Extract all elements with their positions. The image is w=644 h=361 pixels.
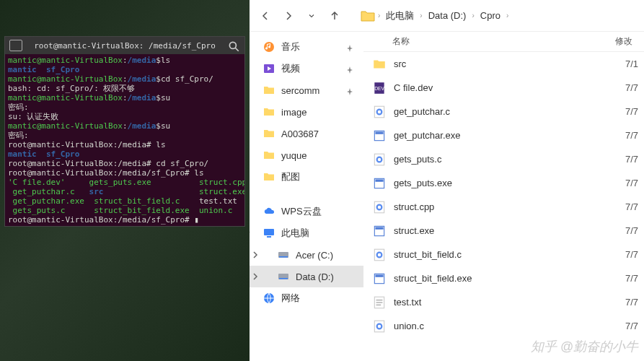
col-date[interactable]: 修改 (615, 35, 644, 48)
sidebar-item[interactable]: sercomm (250, 79, 363, 101)
sidebar-item-label: Data (D:) (296, 271, 334, 282)
sidebar-item[interactable]: 网络 (250, 287, 363, 309)
col-name[interactable]: 名称 (392, 35, 615, 48)
svg-line-1 (235, 48, 239, 51)
breadcrumb-item[interactable]: 此电脑 (386, 9, 414, 22)
exe-icon (372, 271, 387, 286)
sidebar-item[interactable]: WPS云盘 (250, 201, 363, 222)
file-date: 7/7 (615, 130, 644, 141)
terminal-titlebar[interactable]: root@mantic-VirtualBox: /media/sf_Cpro (5, 37, 244, 54)
file-name: C file.dev (394, 82, 615, 93)
svg-rect-16 (375, 131, 383, 134)
chevron-icon[interactable] (251, 272, 260, 281)
sidebar-item[interactable]: yuque (250, 144, 363, 166)
file-date: 7/7 (615, 201, 644, 212)
file-date: 7/7 (615, 273, 644, 284)
file-row[interactable]: test.txt7/7 (363, 290, 644, 314)
recent-dropdown[interactable] (301, 6, 322, 26)
file-date: 7/7 (615, 82, 644, 93)
sidebar-item[interactable]: 此电脑 (250, 222, 363, 244)
file-list: src7/1DEVC file.dev7/7get_putchar.c7/7ge… (363, 52, 644, 361)
file-date: 7/7 (615, 225, 644, 236)
file-row[interactable]: get_putchar.c7/7 (363, 100, 644, 123)
breadcrumb-item[interactable]: Data (D:) (428, 10, 467, 21)
file-row[interactable]: gets_puts.c7/7 (363, 147, 644, 171)
file-name: gets_puts.exe (394, 178, 615, 188)
back-button[interactable] (255, 6, 275, 26)
file-name: struct.exe (394, 225, 615, 236)
file-date: 7/7 (615, 321, 644, 331)
c-icon (372, 319, 387, 334)
network-icon (263, 292, 275, 305)
pin-icon (346, 43, 353, 51)
sidebar-item-label: Acer (C:) (296, 250, 333, 261)
file-row[interactable]: gets_puts.exe7/7 (363, 171, 644, 195)
svg-rect-28 (375, 274, 383, 277)
file-name: struct_bit_field.exe (394, 273, 615, 284)
chevron-icon[interactable] (250, 294, 251, 303)
chevron-icon[interactable] (250, 229, 251, 238)
search-icon[interactable] (227, 40, 240, 51)
sidebar-item[interactable]: 音乐 (250, 36, 363, 58)
computer-icon (263, 227, 275, 240)
cloud-icon (263, 205, 275, 218)
sidebar-item-label: 音乐 (281, 40, 300, 53)
disk-icon (277, 248, 290, 261)
sidebar-item-label: 配图 (281, 170, 300, 183)
svg-point-0 (229, 42, 236, 48)
sidebar-item[interactable]: 视频 (250, 58, 363, 79)
disk-icon (277, 270, 290, 283)
sidebar-item-label: 网络 (281, 292, 300, 305)
file-row[interactable]: struct.exe7/7 (363, 219, 644, 243)
c-icon (372, 200, 387, 214)
file-name: gets_puts.c (394, 154, 615, 165)
file-row[interactable]: struct_bit_field.exe7/7 (363, 266, 644, 290)
svg-text:DEV: DEV (374, 86, 384, 91)
exe-icon (372, 224, 387, 238)
svg-rect-33 (374, 321, 384, 332)
file-name: src (394, 58, 615, 69)
exe-icon (372, 176, 387, 191)
exe-icon (372, 129, 387, 143)
file-date: 7/7 (615, 249, 644, 260)
file-name: struct.cpp (394, 201, 615, 212)
sidebar-item[interactable]: Data (D:) (250, 266, 363, 287)
c-icon (372, 105, 387, 119)
svg-rect-21 (374, 201, 384, 213)
file-row[interactable]: union.c7/7 (363, 314, 644, 338)
sidebar-item[interactable]: Acer (C:) (250, 244, 363, 266)
file-name: union.c (394, 321, 615, 331)
up-button[interactable] (325, 6, 345, 26)
file-date: 7/7 (615, 154, 644, 165)
sidebar-item[interactable]: 配图 (250, 166, 363, 188)
chevron-icon[interactable] (251, 251, 260, 259)
terminal-menu-icon[interactable] (9, 40, 22, 51)
file-row[interactable]: src7/1 (363, 52, 644, 76)
sidebar-item[interactable]: image (250, 101, 363, 123)
folder-icon (361, 10, 375, 22)
breadcrumb-item[interactable]: Cpro (480, 10, 500, 21)
sidebar-item-label: sercomm (281, 85, 319, 96)
file-date: 7/1 (615, 58, 644, 69)
file-pane: 名称 修改 src7/1DEVC file.dev7/7get_putchar.… (363, 32, 644, 361)
terminal-window[interactable]: root@mantic-VirtualBox: /media/sf_Cpro m… (4, 36, 245, 227)
file-date: 7/7 (615, 297, 644, 308)
file-name: get_putchar.c (394, 106, 615, 117)
music-icon (263, 40, 275, 53)
terminal-body[interactable]: mantic@mantic-VirtualBox:/media$lsmantic… (5, 54, 244, 226)
file-row[interactable]: get_putchar.exe7/7 (363, 123, 644, 147)
sidebar-item[interactable]: A003687 (250, 123, 363, 144)
pin-icon (346, 65, 353, 72)
sidebar-item-label: WPS云盘 (281, 205, 322, 218)
column-headers[interactable]: 名称 修改 (363, 32, 644, 52)
sidebar-item-label: A003687 (281, 129, 319, 139)
file-row[interactable]: struct_bit_field.c7/7 (363, 243, 644, 266)
forward-button[interactable] (278, 6, 299, 26)
breadcrumb[interactable]: ›此电脑›Data (D:)›Cpro› (378, 9, 508, 22)
c-icon (372, 152, 387, 167)
file-row[interactable]: struct.cpp7/7 (363, 195, 644, 219)
file-name: get_putchar.exe (394, 130, 615, 141)
file-row[interactable]: DEVC file.dev7/7 (363, 76, 644, 100)
folder-icon (263, 149, 275, 162)
folder-icon (263, 127, 275, 140)
